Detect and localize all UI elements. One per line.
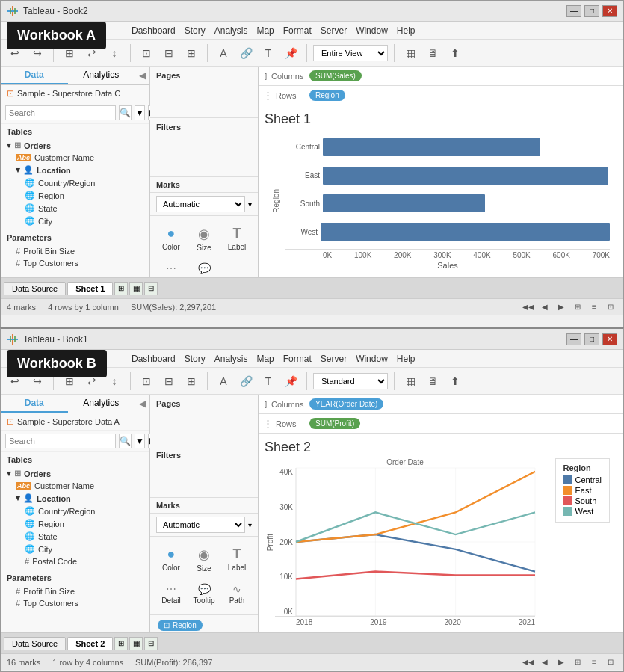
country-item-b[interactable]: 🌐 Country/Region <box>1 505 149 517</box>
top-customers-b[interactable]: # Top Customers <box>1 597 149 609</box>
expand-view-b[interactable]: ⊡ <box>604 656 617 669</box>
share-btn-a[interactable]: ⬆ <box>445 43 465 63</box>
color-btn-b[interactable]: ● Color <box>156 543 186 576</box>
panel-close-b[interactable]: ◀ <box>135 395 149 413</box>
nav-prev-b[interactable]: ◀ <box>538 656 552 669</box>
label-btn-a[interactable]: T Label <box>222 222 252 256</box>
menu-help-b[interactable]: Help <box>397 354 416 364</box>
menu-story-a[interactable]: Story <box>185 25 206 36</box>
search-btn-b[interactable]: 🔍 <box>119 434 132 448</box>
nav-left-a[interactable]: ◀◀ <box>522 300 535 314</box>
nav-left-b[interactable]: ◀◀ <box>522 656 535 669</box>
present-btn-b[interactable]: ▦ <box>401 372 420 391</box>
present-btn-a[interactable]: ▦ <box>401 43 420 63</box>
new-story-btn-b[interactable]: ⊟ <box>144 637 158 650</box>
annot-btn-b[interactable]: ⊞ <box>182 372 201 391</box>
data-source-tab-a[interactable]: Data Source <box>4 282 66 295</box>
menu-dashboard-b[interactable]: Dashboard <box>132 354 176 364</box>
list-view-b[interactable]: ≡ <box>587 656 601 669</box>
close-btn-b[interactable]: ✕ <box>602 333 617 345</box>
region-marks-pill-b[interactable]: ⊡ Region <box>158 620 203 631</box>
sum-profit-pill-b[interactable]: SUM(Profit) <box>309 418 360 429</box>
annot-btn-a[interactable]: ⊞ <box>182 43 201 63</box>
menu-server-a[interactable]: Server <box>321 25 347 36</box>
share-btn-b[interactable]: ⬆ <box>445 372 465 391</box>
view-select-a[interactable]: Entire View <box>313 45 388 61</box>
postal-item-b[interactable]: # Postal Code <box>1 555 149 567</box>
marks-select-b[interactable]: Automatic <box>156 517 245 533</box>
size-btn-b[interactable]: ◉ Size <box>189 543 219 576</box>
expand-view-a[interactable]: ⊡ <box>604 300 617 314</box>
minimize-btn-a[interactable]: — <box>566 5 581 17</box>
tab-data-a[interactable]: Data <box>1 67 68 84</box>
window-controls-a[interactable]: — □ ✕ <box>566 5 617 17</box>
close-btn-a[interactable]: ✕ <box>602 5 617 17</box>
menu-format-b[interactable]: Format <box>283 354 312 364</box>
state-item-a[interactable]: 🌐 State <box>1 202 149 215</box>
marks-select-a[interactable]: Automatic <box>156 196 245 212</box>
menu-analysis-b[interactable]: Analysis <box>214 354 248 364</box>
menu-map-a[interactable]: Map <box>256 25 274 36</box>
top-customers-a[interactable]: # Top Customers <box>1 257 149 269</box>
city-item-b[interactable]: 🌐 City <box>1 543 149 555</box>
profit-bin-a[interactable]: # Profit Bin Size <box>1 245 149 257</box>
filter-btn-a[interactable]: ▼ <box>135 105 145 120</box>
state-item-b[interactable]: 🌐 State <box>1 530 149 543</box>
menu-format-a[interactable]: Format <box>283 25 312 36</box>
nav-next-a[interactable]: ▶ <box>555 300 568 314</box>
panel-close-a[interactable]: ◀ <box>135 67 149 84</box>
country-item-a[interactable]: 🌐 Country/Region <box>1 176 149 189</box>
tooltip-btn-a[interactable]: 💬 Tooltip <box>189 259 219 277</box>
highlight-btn-a[interactable]: A <box>214 43 233 63</box>
link-btn-b[interactable]: 🔗 <box>236 372 256 391</box>
sort-btn-b[interactable]: ↕ <box>105 372 124 391</box>
location-item-b[interactable]: ▾ 👤 Location <box>1 492 149 505</box>
group-btn-b[interactable]: ⊡ <box>137 372 156 391</box>
new-dash-btn-a[interactable]: ▦ <box>129 282 143 295</box>
tab-data-b[interactable]: Data <box>1 395 68 413</box>
device-btn-a[interactable]: 🖥 <box>423 43 442 63</box>
nav-prev-a[interactable]: ◀ <box>538 300 552 314</box>
text-btn-a[interactable]: T <box>259 43 278 63</box>
pin-btn-a[interactable]: 📌 <box>281 43 300 63</box>
label-btn-a[interactable]: ⊟ <box>159 43 179 63</box>
tab-analytics-b[interactable]: Analytics <box>68 395 135 413</box>
nav-next-b[interactable]: ▶ <box>555 656 568 669</box>
data-source-row-a[interactable]: ⊡ Sample - Superstore Data C <box>1 85 149 102</box>
sheet2-tab-b[interactable]: Sheet 2 <box>67 637 113 650</box>
menu-dashboard-a[interactable]: Dashboard <box>132 25 176 36</box>
region-pill-a[interactable]: Region <box>309 90 345 101</box>
device-btn-b[interactable]: 🖥 <box>423 372 442 391</box>
orders-item-a[interactable]: ▾ ⊞ Orders <box>1 139 149 152</box>
tooltip-btn-b[interactable]: 💬 Tooltip <box>189 579 219 608</box>
menu-story-b[interactable]: Story <box>185 354 206 364</box>
profit-bin-b[interactable]: # Profit Bin Size <box>1 585 149 597</box>
data-source-tab-b[interactable]: Data Source <box>4 637 66 650</box>
new-story-btn-a[interactable]: ⊟ <box>144 282 158 295</box>
detail-btn-b[interactable]: ⋯ Detail <box>156 579 186 608</box>
new-sheet-btn-b[interactable]: ⊞ <box>114 637 128 650</box>
grid-view-a[interactable]: ⊞ <box>571 300 584 314</box>
list-view-a[interactable]: ≡ <box>587 300 601 314</box>
orders-item-b[interactable]: ▾ ⊞ Orders <box>1 467 149 480</box>
pin-btn-b[interactable]: 📌 <box>281 372 300 391</box>
data-source-row-b[interactable]: ⊡ Sample - Superstore Data A <box>1 413 149 431</box>
menu-window-a[interactable]: Window <box>356 25 388 36</box>
sort-btn-a[interactable]: ↕ <box>105 43 124 63</box>
path-btn-b[interactable]: ∿ Path <box>222 579 252 608</box>
new-dash-btn-b[interactable]: ▦ <box>129 637 143 650</box>
new-sheet-btn-a[interactable]: ⊞ <box>114 282 128 295</box>
text-btn-b[interactable]: T <box>259 372 278 391</box>
sum-sales-pill-a[interactable]: SUM(Sales) <box>309 70 362 81</box>
city-item-a[interactable]: 🌐 City <box>1 215 149 227</box>
customer-item-a[interactable]: Abc Customer Name <box>1 152 149 164</box>
highlight-btn-b[interactable]: A <box>214 372 233 391</box>
grid-view-b[interactable]: ⊞ <box>571 656 584 669</box>
menu-server-b[interactable]: Server <box>321 354 347 364</box>
region-item-b[interactable]: 🌐 Region <box>1 517 149 530</box>
search-input-b[interactable] <box>5 434 116 448</box>
year-pill-b[interactable]: YEAR(Order Date) <box>309 398 383 410</box>
search-btn-a[interactable]: 🔍 <box>119 105 132 120</box>
menu-analysis-a[interactable]: Analysis <box>214 25 248 36</box>
tab-analytics-a[interactable]: Analytics <box>68 67 135 84</box>
